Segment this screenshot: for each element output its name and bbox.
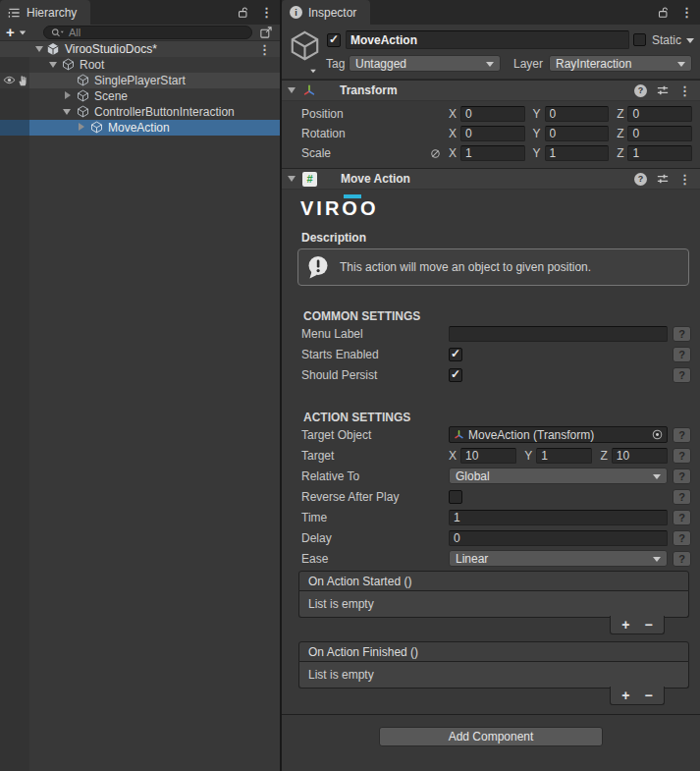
move-action-body: VIROO Description This action will move … (282, 194, 700, 746)
link-constraint-icon[interactable] (429, 147, 442, 160)
presets-icon[interactable] (656, 83, 670, 97)
event-list-empty: List is empty (298, 591, 689, 618)
remove-event-button[interactable]: − (645, 618, 653, 632)
time-input[interactable] (449, 510, 668, 525)
gameobject-caret-icon[interactable] (310, 70, 316, 74)
object-picker-icon[interactable] (651, 428, 664, 441)
help-button[interactable]: ? (673, 510, 691, 525)
open-search-window-icon[interactable] (259, 26, 273, 39)
on-action-started-event: On Action Started () List is empty + − (298, 571, 689, 636)
hierarchy-row-scene[interactable]: Scene (0, 88, 280, 104)
help-button[interactable]: ? (673, 367, 691, 383)
rotation-z-input[interactable] (627, 126, 692, 141)
foldout-open-icon[interactable] (288, 87, 296, 93)
foldout-open-icon[interactable] (35, 46, 43, 52)
lock-icon[interactable] (656, 5, 670, 20)
kebab-menu-icon[interactable] (678, 173, 691, 186)
hierarchy-row-selected[interactable]: MoveAction (0, 120, 280, 136)
presets-icon[interactable] (656, 172, 670, 186)
scale-z-input[interactable] (627, 145, 692, 161)
scale-x-input[interactable] (460, 145, 525, 161)
target-object-field[interactable]: MoveAction (Transform) (449, 426, 668, 443)
help-button[interactable]: ? (673, 530, 691, 546)
hierarchy-row-controllerbuttoninteraction[interactable]: ControllerButtonInteraction (0, 104, 280, 120)
position-row: Position X Y Z (282, 104, 700, 124)
description-box: This action will move an object to given… (297, 248, 689, 286)
add-event-button[interactable]: + (621, 688, 629, 702)
foldout-open-icon[interactable] (63, 109, 71, 115)
scale-row: Scale X Y Z (282, 143, 700, 163)
target-x-input[interactable] (460, 448, 516, 464)
transform-icon (302, 83, 316, 97)
help-button[interactable]: ? (673, 448, 691, 464)
starts-enabled-checkbox[interactable] (449, 348, 462, 361)
add-event-button[interactable]: + (621, 618, 629, 632)
position-z-input[interactable] (627, 106, 692, 122)
menu-label-input[interactable] (449, 326, 668, 342)
help-button[interactable]: ? (673, 347, 691, 362)
ease-dropdown[interactable]: Linear (449, 550, 668, 567)
rotation-y-input[interactable] (545, 126, 610, 141)
scene-kebab-icon[interactable] (258, 43, 271, 56)
remove-event-button[interactable]: − (645, 688, 653, 702)
help-button[interactable]: ? (673, 551, 691, 567)
tab-inspector[interactable]: Inspector (282, 0, 370, 25)
foldout-open-icon[interactable] (288, 176, 296, 182)
foldout-open-icon[interactable] (49, 62, 57, 68)
help-button[interactable]: ? (673, 326, 691, 342)
gameobject-name-input[interactable] (346, 30, 629, 49)
relative-to-dropdown[interactable]: Global (449, 468, 668, 484)
search-value: All (69, 28, 81, 38)
pick-hand-icon[interactable] (17, 75, 28, 86)
scale-y-input[interactable] (545, 145, 610, 161)
transform-header[interactable]: Transform (282, 80, 700, 101)
add-component-button[interactable]: Add Component (379, 727, 603, 746)
static-caret-icon[interactable] (686, 38, 694, 43)
lock-icon[interactable] (236, 5, 249, 20)
visibility-gutter (0, 41, 29, 771)
help-icon[interactable] (634, 84, 647, 97)
layer-dropdown[interactable]: RayInteraction (549, 55, 692, 72)
chevron-down-icon (20, 30, 26, 34)
tag-dropdown[interactable]: Untagged (349, 55, 501, 72)
should-persist-checkbox[interactable] (449, 368, 462, 382)
target-z-input[interactable] (612, 448, 668, 464)
help-button[interactable]: ? (673, 489, 691, 505)
foldout-closed-icon[interactable] (65, 91, 71, 99)
hierarchy-row-scene-asset[interactable]: VirooStudioDocs* (0, 41, 280, 57)
viroo-logo: VIROO (300, 194, 700, 224)
kebab-menu-icon[interactable] (680, 6, 693, 19)
hierarchy-row-singleplayerstart[interactable]: SinglePlayerStart (0, 73, 280, 88)
rotation-x-input[interactable] (460, 126, 525, 141)
target-y-input[interactable] (536, 448, 592, 464)
position-y-input[interactable] (545, 106, 610, 122)
inspector-tab-label: Inspector (308, 6, 356, 20)
help-icon[interactable] (634, 173, 647, 186)
kebab-menu-icon[interactable] (260, 6, 273, 19)
static-label: Static (652, 33, 681, 47)
position-x-input[interactable] (460, 106, 525, 122)
add-object-button[interactable]: + (6, 25, 27, 40)
eye-icon[interactable] (3, 75, 16, 85)
active-checkbox[interactable] (327, 33, 341, 47)
script-icon: # (302, 172, 317, 187)
scene-name: VirooStudioDocs* (65, 41, 157, 57)
event-header[interactable]: On Action Finished () (298, 641, 689, 662)
foldout-closed-icon[interactable] (79, 123, 84, 131)
static-checkbox[interactable] (633, 33, 646, 46)
rotation-row: Rotation X Y Z (282, 124, 700, 143)
description-text: This action will move an object to given… (340, 260, 591, 274)
time-row: Time ? (282, 507, 700, 527)
target-row: Target X Y Z ? (282, 445, 700, 466)
delay-input[interactable] (449, 530, 668, 546)
kebab-menu-icon[interactable] (678, 84, 691, 97)
event-header[interactable]: On Action Started () (298, 571, 689, 591)
cube-icon (77, 105, 89, 118)
help-button[interactable]: ? (673, 468, 691, 484)
move-action-header[interactable]: # Move Action (282, 168, 700, 190)
search-input[interactable]: All (43, 26, 252, 39)
tab-hierarchy[interactable]: Hierarchy (0, 0, 90, 25)
reverse-after-play-checkbox[interactable] (449, 490, 462, 504)
hierarchy-row-root[interactable]: Root (0, 57, 280, 73)
help-button[interactable]: ? (673, 427, 691, 443)
